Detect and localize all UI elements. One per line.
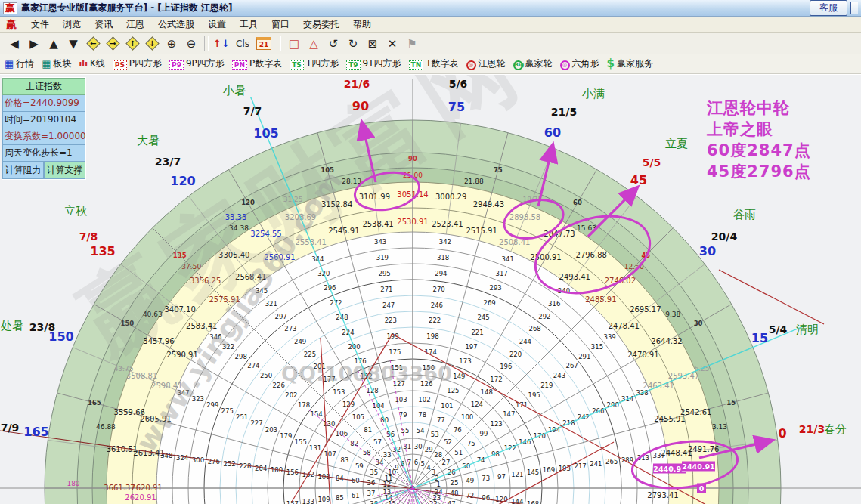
svg-text:2949.43: 2949.43 <box>473 200 504 209</box>
calendar-icon[interactable]: 21 <box>255 36 273 52</box>
svg-text:3.13: 3.13 <box>712 423 727 431</box>
svg-text:269: 269 <box>483 299 495 307</box>
rect-tool-icon[interactable]: □ <box>285 36 303 52</box>
svg-text:97: 97 <box>497 473 506 481</box>
menu-item-2[interactable]: 浏览 <box>56 17 88 32</box>
menu-item-1[interactable]: 文件 <box>24 17 56 32</box>
collapse-icon[interactable]: ✕ <box>383 36 401 52</box>
svg-text:265: 265 <box>605 458 618 465</box>
svg-text:59: 59 <box>355 462 364 470</box>
annotation-line: 60度2847点 <box>707 140 811 161</box>
svg-text:149: 149 <box>453 373 465 380</box>
quotes-button[interactable]: ▦行情 <box>5 57 34 70</box>
menu-item-8[interactable]: 窗口 <box>265 17 296 32</box>
svg-text:24: 24 <box>435 488 443 496</box>
svg-text:3559.66: 3559.66 <box>114 408 145 416</box>
sectors-button[interactable]: ▦板块 <box>42 57 71 70</box>
menu-item-5[interactable]: 公式选股 <box>151 17 201 32</box>
gann-wheel-button[interactable]: ◎江恩轮 <box>466 57 506 70</box>
rim-label: 105 <box>253 126 278 141</box>
p-square-button[interactable]: PSP四方形 <box>113 57 162 70</box>
svg-text:2440.91: 2440.91 <box>682 462 714 471</box>
svg-text:197: 197 <box>465 343 477 351</box>
svg-text:148: 148 <box>481 388 493 396</box>
p-number-table-button[interactable]: PNP数字表 <box>232 57 282 70</box>
kline-button[interactable]: ılıK线 <box>79 57 105 70</box>
t-number-table-button[interactable]: TNT数字表 <box>409 57 459 70</box>
pointer-down-icon[interactable]: ▼ <box>64 36 82 52</box>
svg-text:2491.76: 2491.76 <box>688 445 719 453</box>
menu-item-3[interactable]: 资讯 <box>88 17 119 32</box>
svg-text:169: 169 <box>543 466 555 474</box>
pan-right-icon[interactable]: → <box>104 36 122 52</box>
svg-text:6: 6 <box>414 459 418 466</box>
svg-text:78: 78 <box>418 411 426 419</box>
nav-forward-icon[interactable]: ▶ <box>25 36 43 52</box>
rim-label: 7/9 <box>1 422 20 434</box>
calc-support-button[interactable]: 计算支撑 <box>44 162 85 179</box>
pan-left-icon[interactable]: ← <box>84 36 102 52</box>
pointer-up-icon[interactable]: ▲ <box>45 36 63 52</box>
zoom-out-icon[interactable]: ⊖ <box>182 36 200 52</box>
svg-text:60: 60 <box>573 199 582 206</box>
menu-item-10[interactable]: 帮助 <box>346 17 378 32</box>
extra-label: 2620.91 <box>125 493 156 502</box>
svg-text:165: 165 <box>88 399 101 407</box>
svg-text:2485.91: 2485.91 <box>585 295 616 304</box>
rim-label: 0 <box>778 426 786 441</box>
titlebar-edge-button[interactable] <box>850 2 858 14</box>
rim-label: 5/4 <box>769 323 788 335</box>
rim-label: 21/3 <box>799 423 825 435</box>
winner-wheel-icon: Big <box>513 58 523 70</box>
rim-label: 75 <box>448 100 465 114</box>
rim-label: 165 <box>23 425 48 439</box>
annotation-line: 45度2796点 <box>707 161 811 182</box>
svg-text:76: 76 <box>454 426 462 434</box>
gann-wheel-icon: ◎ <box>466 58 476 70</box>
nav-back-icon[interactable]: ◀ <box>5 36 23 52</box>
flag-icon[interactable]: ⚑ <box>403 36 421 52</box>
zoom-in-icon[interactable]: ⊕ <box>163 36 181 52</box>
winner-wheel-button[interactable]: Big赢家轮 <box>513 57 553 70</box>
calc-resistance-button[interactable]: 计算阻力 <box>2 162 44 179</box>
svg-text:31: 31 <box>403 443 411 450</box>
svg-text:315: 315 <box>591 343 603 351</box>
index-name: 上证指数 <box>2 78 85 95</box>
svg-text:217: 217 <box>574 462 586 470</box>
svg-text:99: 99 <box>480 430 488 438</box>
rim-label: 20/4 <box>711 230 738 243</box>
svg-text:195: 195 <box>528 391 540 399</box>
step-field: 周天变化步长=1 <box>2 145 85 162</box>
svg-text:9.38: 9.38 <box>665 311 680 318</box>
customer-service-button[interactable]: 客服 <box>810 0 847 16</box>
sort-updown-icon[interactable]: ↑↓ <box>212 36 231 52</box>
pan-up-icon[interactable]: ↑ <box>123 36 141 52</box>
rotate-ccw-icon[interactable]: ↺ <box>324 36 342 52</box>
svg-text:29: 29 <box>425 446 433 453</box>
svg-text:267: 267 <box>566 362 578 369</box>
svg-text:57: 57 <box>373 438 382 446</box>
box-select-icon[interactable]: ⊠ <box>364 36 382 52</box>
svg-text:273: 273 <box>284 325 296 332</box>
triangle-tool-icon[interactable]: △ <box>305 36 323 52</box>
svg-text:37: 37 <box>367 490 376 497</box>
hexagon-button[interactable]: ◎六角形 <box>560 57 599 70</box>
svg-text:52: 52 <box>444 438 452 446</box>
nine-t-square-button[interactable]: T99T四方形 <box>346 57 401 70</box>
chart-area[interactable]: 1234567891011121314152223242526272829303… <box>0 74 861 504</box>
pan-down-icon[interactable]: ↓ <box>143 36 161 52</box>
menu-item-9[interactable]: 交易委托 <box>296 17 346 32</box>
cls-button[interactable]: Cls <box>232 36 253 52</box>
winner-service-button[interactable]: $赢家服务 <box>607 57 653 70</box>
menu-item-4[interactable]: 江恩 <box>119 17 151 32</box>
t-square-button[interactable]: TST四方形 <box>290 57 339 70</box>
rotate-cw-icon[interactable]: ↻ <box>344 36 362 52</box>
rim-label: 立秋 <box>64 204 87 218</box>
menu-item-6[interactable]: 设置 <box>201 17 233 32</box>
menu-item-7[interactable]: 工具 <box>233 17 265 32</box>
svg-text:3: 3 <box>432 468 435 476</box>
svg-text:49: 49 <box>466 477 474 484</box>
nine-p-square-button[interactable]: P99P四方形 <box>169 57 225 70</box>
svg-text:61: 61 <box>352 492 360 499</box>
svg-text:4: 4 <box>426 464 430 472</box>
